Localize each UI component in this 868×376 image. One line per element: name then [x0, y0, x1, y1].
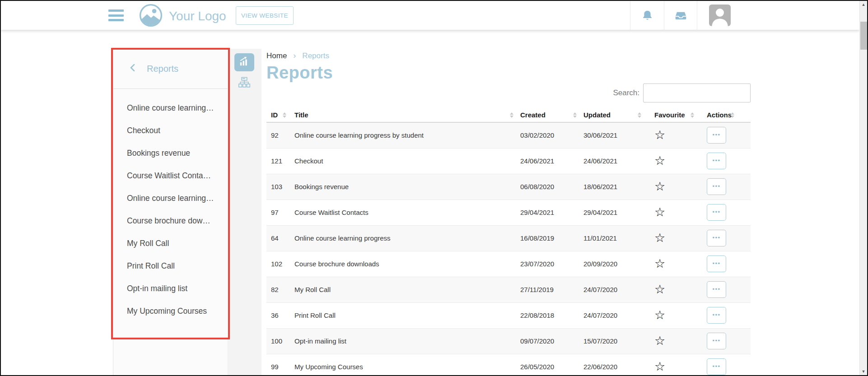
cell-created: 24/06/2021 [517, 148, 580, 174]
hamburger-bar [108, 9, 124, 12]
row-actions-button[interactable]: ••• [707, 333, 726, 349]
column-header-id[interactable]: ID [266, 108, 290, 122]
table-row[interactable]: 92 Online course learning progress by st… [266, 122, 751, 148]
column-header-created[interactable]: Created [517, 108, 580, 122]
cell-id: 103 [266, 174, 290, 200]
ellipsis-icon: ••• [712, 363, 720, 369]
row-actions-button[interactable]: ••• [707, 358, 726, 375]
vertical-scrollbar[interactable]: ▲ ▼ [859, 1, 867, 375]
sidebar-report-item[interactable]: Bookings revenue [113, 142, 228, 164]
ellipsis-icon: ••• [712, 338, 720, 344]
cell-actions: ••• [698, 174, 751, 200]
sidebar-report-item[interactable]: Online course learning… [113, 97, 228, 119]
table-row[interactable]: 82 My Roll Call 27/11/2019 24/07/2020 ☆ … [266, 277, 751, 302]
cell-favourite: ☆ [645, 148, 698, 174]
header-actions [630, 1, 731, 30]
scrollbar-thumb[interactable] [860, 22, 867, 50]
favourite-star-icon[interactable]: ☆ [654, 181, 665, 193]
hamburger-bar [108, 19, 124, 21]
search-input[interactable] [643, 84, 751, 102]
column-header-favourite[interactable]: Favourite [645, 108, 698, 122]
chevron-left-icon [130, 64, 135, 73]
scroll-down-arrow-icon[interactable]: ▼ [860, 368, 867, 375]
row-actions-button[interactable]: ••• [707, 153, 726, 169]
cell-actions: ••• [698, 354, 751, 376]
table-row[interactable]: 100 Opt-in mailing list 09/07/2020 15/07… [266, 328, 751, 354]
view-website-button[interactable]: VIEW WEBSITE [236, 6, 294, 25]
cell-created: 26/05/2020 [517, 354, 580, 376]
table-row[interactable]: 102 Course brochure downloads 23/07/2020… [266, 251, 751, 277]
row-actions-button[interactable]: ••• [707, 255, 726, 272]
sidebar-report-item[interactable]: My Upcoming Courses [113, 300, 228, 322]
column-header-title[interactable]: Title [290, 108, 517, 122]
row-actions-button[interactable]: ••• [707, 230, 726, 246]
sort-icon[interactable] [638, 112, 641, 118]
cell-actions: ••• [698, 277, 751, 302]
cell-favourite: ☆ [645, 354, 698, 376]
row-actions-button[interactable]: ••• [707, 281, 726, 298]
cell-updated: 30/06/2021 [580, 122, 645, 148]
sitemap-tab[interactable] [238, 76, 251, 90]
favourite-star-icon[interactable]: ☆ [654, 155, 665, 167]
hamburger-menu-icon[interactable] [108, 9, 124, 21]
sitemap-icon [238, 82, 251, 90]
table-row[interactable]: 97 Course Waitlist Contacts 29/04/2021 2… [266, 200, 751, 225]
column-label: Created [520, 111, 546, 119]
table-row[interactable]: 64 Online course learning progress 16/08… [266, 225, 751, 251]
row-actions-button[interactable]: ••• [707, 127, 726, 144]
cell-created: 23/07/2020 [517, 251, 580, 277]
sidebar-report-item[interactable]: Course brochure dow… [113, 209, 228, 232]
table-row[interactable]: 36 Print Roll Call 22/08/2018 24/07/2020… [266, 302, 751, 328]
app-window: Your Logo VIEW WEBSITE [0, 0, 868, 376]
table-row[interactable]: 99 My Upcoming Courses 26/05/2020 22/06/… [266, 354, 751, 376]
ellipsis-icon: ••• [712, 183, 720, 189]
sidebar-report-item[interactable]: Print Roll Call [113, 255, 228, 277]
sort-icon[interactable] [510, 112, 513, 118]
inbox-icon[interactable] [664, 1, 697, 30]
favourite-star-icon[interactable]: ☆ [654, 232, 665, 244]
sidebar-report-item[interactable]: Opt-in mailing list [113, 277, 228, 300]
sort-icon[interactable] [573, 112, 577, 118]
ellipsis-icon: ••• [712, 260, 720, 266]
favourite-star-icon[interactable]: ☆ [654, 335, 665, 347]
cell-updated: 24/07/2020 [580, 302, 645, 328]
cell-favourite: ☆ [645, 328, 698, 354]
favourite-star-icon[interactable]: ☆ [654, 206, 665, 218]
sidebar-report-item[interactable]: Checkout [113, 119, 228, 142]
column-header-updated[interactable]: Updated [580, 108, 645, 122]
cell-id: 100 [266, 328, 290, 354]
row-actions-button[interactable]: ••• [707, 204, 726, 221]
sidebar-report-item[interactable]: Course Waitlist Conta… [113, 164, 228, 187]
reports-chart-tab[interactable] [234, 53, 254, 71]
favourite-star-icon[interactable]: ☆ [654, 258, 665, 270]
notifications-bell-icon[interactable] [630, 1, 664, 30]
favourite-star-icon[interactable]: ☆ [654, 283, 665, 296]
column-header-actions[interactable]: Actions [698, 108, 751, 122]
row-actions-button[interactable]: ••• [707, 178, 726, 195]
cell-title: Online course learning progress [290, 225, 517, 251]
cell-actions: ••• [698, 122, 751, 148]
favourite-star-icon[interactable]: ☆ [654, 129, 665, 141]
sidebar-report-item[interactable]: Online course learning… [113, 187, 228, 209]
breadcrumb-home-link[interactable]: Home [266, 51, 287, 60]
sort-icon[interactable] [283, 112, 286, 118]
ellipsis-icon: ••• [712, 235, 720, 241]
sidebar-report-item[interactable]: My Roll Call [113, 232, 228, 255]
table-row[interactable]: 103 Bookings revenue 06/08/2020 18/06/20… [266, 174, 751, 200]
cell-title: Checkout [290, 148, 517, 174]
logo[interactable]: Your Logo [139, 4, 226, 29]
main-content: Home › Reports Reports Search: ID [261, 30, 859, 375]
favourite-star-icon[interactable]: ☆ [654, 309, 665, 321]
user-avatar[interactable] [709, 5, 731, 26]
cell-updated: 18/06/2021 [580, 174, 645, 200]
sort-icon[interactable] [731, 112, 734, 118]
favourite-star-icon[interactable]: ☆ [654, 361, 665, 373]
ellipsis-icon: ••• [712, 312, 720, 318]
row-actions-button[interactable]: ••• [707, 307, 726, 324]
breadcrumb-current: Reports [302, 51, 329, 60]
sidebar-header[interactable]: Reports [113, 49, 228, 89]
scroll-up-arrow-icon[interactable]: ▲ [860, 1, 867, 8]
table-row[interactable]: 121 Checkout 24/06/2021 24/06/2021 ☆ ••• [266, 148, 751, 174]
cell-favourite: ☆ [645, 302, 698, 328]
sort-icon[interactable] [691, 112, 694, 118]
